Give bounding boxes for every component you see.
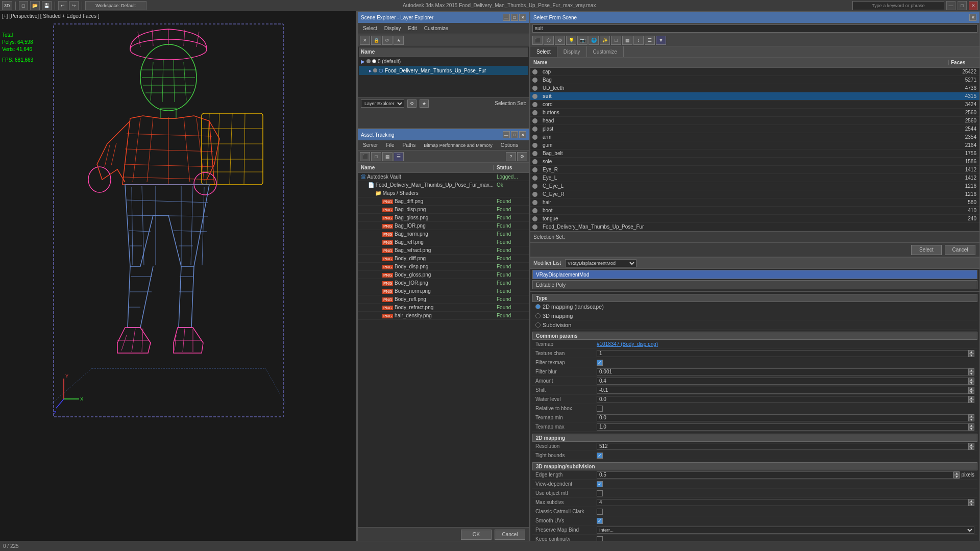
texmap-min-input[interactable]: [597, 414, 968, 421]
sfs-list-item[interactable]: cord3424: [530, 101, 979, 109]
viewport[interactable]: [+] [Perspective] [ Shaded + Edged Faces…: [0, 11, 357, 542]
resolution-input[interactable]: [597, 443, 968, 450]
sfs-tool8[interactable]: □: [611, 36, 621, 45]
max-subdivs-down[interactable]: ▼: [968, 503, 974, 506]
app-icon[interactable]: 3D: [2, 1, 12, 10]
sfs-tool7[interactable]: ✨: [600, 36, 610, 45]
at-list-item[interactable]: PNG Body_gloss.pngFound: [358, 271, 529, 279]
texmap-min-down[interactable]: ▼: [968, 418, 974, 421]
filter-blur-up[interactable]: ▲: [968, 368, 974, 372]
layer-render-dot[interactable]: [372, 59, 376, 63]
at-list-item[interactable]: 🏛 Autodesk VaultLogged...: [358, 173, 529, 181]
layer-explorer-select[interactable]: Layer Explorer: [361, 99, 404, 108]
sfs-tab-select[interactable]: Select: [530, 46, 557, 57]
use-object-mtl-checkbox[interactable]: [597, 490, 603, 496]
sfs-list-item[interactable]: cap25422: [530, 68, 979, 76]
sfs-tool6[interactable]: 🌐: [589, 36, 599, 45]
tight-bounds-checkbox[interactable]: ✓: [597, 453, 603, 459]
sfs-list-item[interactable]: UD_teeth4736: [530, 84, 979, 92]
texmap-min-up[interactable]: ▲: [968, 414, 974, 418]
layer-visibility-dot[interactable]: [366, 59, 371, 63]
shift-up[interactable]: ▲: [968, 387, 974, 390]
sfs-tool11[interactable]: ☰: [645, 36, 655, 45]
at-list-item[interactable]: PNG Bag_norm.pngFound: [358, 230, 529, 238]
at-list-item[interactable]: PNG Body_disp.pngFound: [358, 263, 529, 271]
sfs-list-item[interactable]: Food_Delivery_Man_Thumbs_Up_Pose_Fur: [530, 223, 979, 231]
type-2d-radio[interactable]: [535, 304, 541, 309]
sfs-search-input[interactable]: [532, 24, 977, 33]
at-restore-btn[interactable]: □: [511, 131, 518, 138]
texmap-max-up[interactable]: ▲: [968, 423, 974, 427]
sfs-object-list[interactable]: cap25422Bag5271UD_teeth4736suit4315cord3…: [530, 68, 979, 231]
edge-length-input[interactable]: [597, 471, 953, 479]
sfs-list-item[interactable]: arm2354: [530, 133, 979, 141]
se-minimize-btn[interactable]: —: [503, 14, 510, 21]
at-list-item[interactable]: PNG Bag_disp.pngFound: [358, 206, 529, 214]
at-list-item[interactable]: PNG Bag_IOR.pngFound: [358, 222, 529, 230]
asset-tree[interactable]: 🏛 Autodesk VaultLogged...📄 Food_Delivery…: [358, 173, 529, 527]
at-ok-btn[interactable]: OK: [461, 530, 492, 540]
close-btn[interactable]: ✕: [969, 1, 978, 10]
at-list-item[interactable]: 📄 Food_Delivery_Man_Thumbs_Up_Pose_Fur_m…: [358, 181, 529, 189]
edge-length-down[interactable]: ▼: [953, 475, 960, 479]
at-tool6[interactable]: ⚙: [517, 152, 527, 161]
2d-mapping-header[interactable]: 2D mapping: [532, 434, 977, 442]
shift-down[interactable]: ▼: [968, 390, 974, 394]
at-list-item[interactable]: PNG Body_diff.pngFound: [358, 255, 529, 263]
filter-texmap-checkbox[interactable]: ✓: [597, 360, 603, 366]
amount-up[interactable]: ▲: [968, 378, 974, 381]
view-dependent-checkbox[interactable]: ✓: [597, 481, 603, 487]
max-subdivs-input[interactable]: [597, 499, 968, 506]
at-list-item[interactable]: PNG Bag_diff.pngFound: [358, 197, 529, 206]
max-subdivs-up[interactable]: ▲: [968, 499, 974, 503]
at-cancel-btn[interactable]: Cancel: [495, 530, 525, 540]
sfs-list-item[interactable]: boot410: [530, 207, 979, 215]
se-tool-star[interactable]: ★: [394, 36, 404, 45]
save-btn[interactable]: 💾: [42, 1, 52, 10]
tree-item-model[interactable]: ▸ ⬡ Food_Delivery_Man_Thumbs_Up_Pose_Fur: [359, 66, 528, 75]
sfs-cancel-btn[interactable]: Cancel: [945, 245, 975, 255]
water-level-up[interactable]: ▲: [968, 396, 974, 399]
filter-blur-input[interactable]: [597, 368, 968, 375]
common-params-header[interactable]: Common params: [532, 332, 977, 340]
sfs-select-btn[interactable]: Select: [911, 245, 942, 255]
edge-length-up[interactable]: ▲: [953, 471, 960, 475]
texture-chan-down[interactable]: ▼: [968, 354, 974, 357]
3d-mapping-header[interactable]: 3D mapping/subdivision: [532, 462, 977, 470]
texmap-max-down[interactable]: ▼: [968, 427, 974, 431]
sfs-list-item[interactable]: Eye_R1412: [530, 166, 979, 174]
at-minimize-btn[interactable]: —: [503, 131, 510, 138]
se-tool-close[interactable]: ✕: [360, 36, 370, 45]
at-list-item[interactable]: 📁 Maps / Shaders: [358, 189, 529, 197]
sfs-tool2[interactable]: ⬡: [544, 36, 554, 45]
model-visibility-dot[interactable]: [373, 68, 377, 72]
undo-btn[interactable]: ↩: [58, 1, 67, 10]
at-list-item[interactable]: PNG Body_refract.pngFound: [358, 304, 529, 312]
at-list-item[interactable]: PNG Bag_refl.pngFound: [358, 238, 529, 246]
sfs-list-item[interactable]: gum2164: [530, 141, 979, 149]
open-btn[interactable]: 📂: [30, 1, 40, 10]
sfs-list-item[interactable]: suit4315: [530, 92, 979, 101]
se-foot-btn2[interactable]: ★: [420, 99, 429, 108]
at-menu-file[interactable]: File: [383, 141, 397, 149]
sfs-list-item[interactable]: buttons2560: [530, 109, 979, 117]
texmap-max-input[interactable]: [597, 423, 968, 431]
sfs-list-item[interactable]: hair580: [530, 198, 979, 207]
amount-down[interactable]: ▼: [968, 381, 974, 385]
tree-item-root-layer[interactable]: ▶ 0 (default): [359, 57, 528, 66]
texture-chan-up[interactable]: ▲: [968, 350, 974, 354]
at-list-item[interactable]: PNG Body_IOR.pngFound: [358, 279, 529, 287]
se-close-btn[interactable]: ✕: [519, 14, 526, 21]
smooth-uvs-checkbox[interactable]: ✓: [597, 518, 603, 524]
at-menu-paths[interactable]: Paths: [400, 141, 419, 149]
at-close-btn[interactable]: ✕: [519, 131, 526, 138]
workspace-btn[interactable]: Workspace: Default: [85, 1, 146, 10]
se-foot-btn1[interactable]: ⚙: [407, 99, 416, 108]
preserve-map-select[interactable]: Interr...: [597, 527, 974, 534]
modifier-dropdown[interactable]: VRayDisplacementMod Editable Poly: [565, 259, 636, 267]
sfs-close-btn[interactable]: ✕: [969, 14, 976, 21]
sfs-tool4[interactable]: 💡: [566, 36, 576, 45]
classic-catmull-checkbox[interactable]: [597, 509, 603, 515]
sfs-list-item[interactable]: C_Eye_L1216: [530, 182, 979, 190]
mod-editable-poly[interactable]: Editable Poly: [532, 280, 977, 289]
